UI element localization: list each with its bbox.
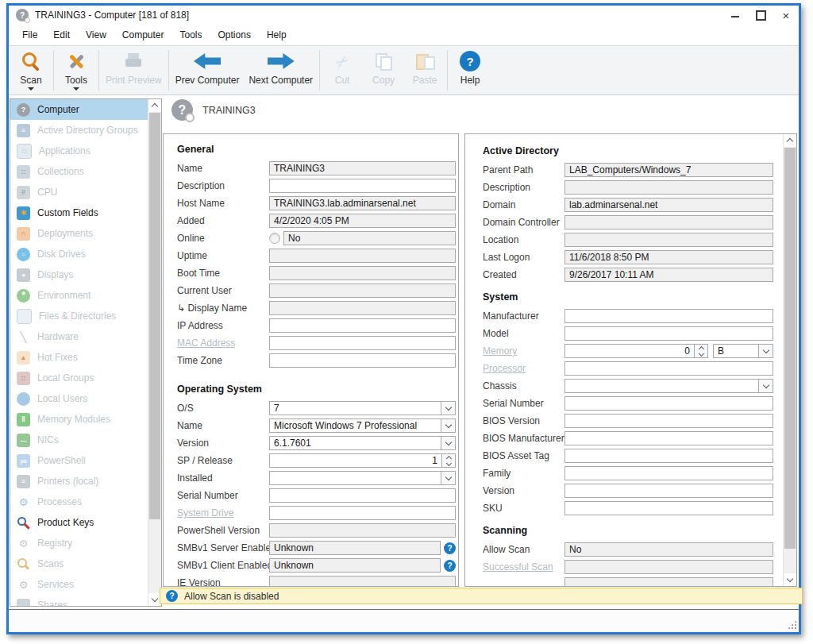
clipped-field (564, 577, 773, 587)
bios-asset-tag-field[interactable] (564, 449, 773, 463)
sidebar-item-deployments: Deployments (10, 223, 148, 244)
os-name-combo[interactable]: Microsoft Windows 7 Professional (269, 418, 456, 433)
memory-unit-combo[interactable]: B (713, 344, 773, 358)
combo-dropdown-button[interactable] (441, 402, 455, 415)
host-name-field: TRAINING3.lab.adminarsenal.net (269, 196, 456, 210)
resize-grip-icon[interactable] (788, 620, 796, 629)
sidebar-item-custom-fields[interactable]: Custom Fields (10, 202, 148, 223)
menu-file[interactable]: File (14, 25, 45, 45)
description-field[interactable] (269, 179, 456, 193)
section-title-general: General (164, 139, 458, 160)
sidebar-item-label: PowerShell (37, 455, 86, 466)
local-groups-icon (17, 372, 30, 385)
chevron-down-icon (445, 474, 451, 480)
minimize-button[interactable] (722, 6, 748, 25)
maximize-button[interactable] (748, 6, 773, 25)
powershell-icon (17, 454, 30, 468)
os-serial-number-field[interactable] (269, 488, 456, 503)
sidebar-item-computer[interactable]: Computer (10, 99, 148, 120)
sidebar: Computer Active Directory Groups Applica… (10, 98, 162, 607)
installed-combo[interactable] (269, 471, 456, 485)
menu-help[interactable]: Help (259, 25, 295, 45)
parent-path-field: LAB_Computers/Windows_7 (564, 163, 773, 177)
clipboard-icon (415, 52, 434, 71)
serial-number-field[interactable] (564, 396, 773, 411)
sidebar-item-label: Services (37, 579, 74, 590)
help-info-icon[interactable] (444, 560, 456, 572)
sp-release-spinner[interactable]: 1 (269, 453, 456, 468)
system-drive-field[interactable] (269, 506, 456, 520)
combo-dropdown-button[interactable] (441, 419, 455, 432)
field-label: Serial Number (465, 398, 564, 409)
prev-computer-button[interactable]: Prev Computer (171, 46, 245, 94)
sidebar-item-services: Services (10, 574, 148, 595)
menu-view[interactable]: View (78, 25, 114, 45)
os-version-combo[interactable]: 6.1.7601 (269, 436, 456, 450)
sidebar-item-label: Shares (37, 600, 67, 606)
scan-button[interactable]: Scan (10, 46, 52, 94)
powershell-version-field (269, 523, 456, 538)
close-button[interactable] (773, 6, 799, 25)
arrow-left-icon (194, 53, 221, 69)
smbv1-server-field: Unknown (269, 541, 441, 555)
detail-scrollbar[interactable] (783, 134, 796, 586)
menu-options[interactable]: Options (210, 25, 259, 45)
processor-field[interactable] (564, 361, 773, 376)
sidebar-item-label: Displays (37, 269, 73, 280)
scrollbar-thumb[interactable] (149, 113, 160, 519)
memory-spinner[interactable]: 0 (564, 344, 708, 358)
tools-button[interactable]: Tools (56, 46, 97, 94)
field-label: Last Logon (465, 252, 564, 263)
sidebar-scrollbar[interactable] (148, 99, 161, 606)
chevron-down-icon (73, 87, 79, 91)
field-label: Added (164, 215, 269, 226)
smbv1-client-field: Unknown (269, 558, 441, 573)
sidebar-item-product-keys[interactable]: Product Keys (10, 512, 148, 533)
combo-dropdown-button[interactable] (441, 437, 455, 449)
uptime-field (269, 249, 456, 263)
bios-version-field[interactable] (564, 414, 773, 428)
online-field: No (283, 231, 456, 245)
model-field[interactable] (564, 326, 773, 341)
nic-icon (17, 434, 30, 447)
chassis-combo[interactable] (564, 379, 773, 393)
menu-computer[interactable]: Computer (114, 25, 172, 45)
field-label: Version (465, 485, 564, 496)
sidebar-item-hardware: Hardware (10, 326, 148, 347)
time-zone-field[interactable] (269, 353, 456, 368)
manufacturer-field[interactable] (564, 309, 773, 323)
sidebar-item-collections: Collections (10, 161, 148, 182)
chevron-down-icon (762, 347, 769, 353)
collections-icon (17, 165, 30, 179)
ip-address-field[interactable] (269, 318, 456, 333)
menu-tools[interactable]: Tools (172, 25, 210, 45)
bios-manufacturer-field[interactable] (564, 431, 773, 445)
combo-dropdown-button[interactable] (758, 380, 773, 392)
copy-pages-icon (374, 52, 393, 71)
scroll-up-button[interactable] (148, 99, 161, 112)
content-area: Computer Active Directory Groups Applica… (9, 95, 799, 609)
toolbar-separator (168, 50, 169, 91)
version-field[interactable] (564, 484, 773, 498)
family-field[interactable] (564, 466, 773, 480)
chevron-down-icon (152, 596, 158, 602)
combo-dropdown-button[interactable] (758, 345, 773, 357)
title-bar: TRAINING3 - Computer [181 of 818] (9, 6, 799, 25)
status-bar (9, 609, 799, 631)
scroll-up-button[interactable] (784, 134, 796, 147)
spinner-buttons[interactable] (441, 454, 455, 467)
next-computer-button[interactable]: Next Computer (244, 46, 318, 94)
combo-dropdown-button[interactable] (441, 472, 455, 484)
help-button[interactable]: Help (449, 46, 491, 94)
hot-fixes-icon (17, 351, 30, 364)
scroll-down-button[interactable] (784, 573, 796, 586)
spinner-buttons[interactable] (694, 345, 707, 357)
menu-edit[interactable]: Edit (45, 25, 78, 45)
sku-field[interactable] (564, 501, 773, 515)
mac-address-field[interactable] (269, 336, 456, 350)
paste-button: Paste (404, 46, 445, 94)
os-combo[interactable]: 7 (269, 401, 456, 415)
help-info-icon[interactable] (444, 542, 456, 554)
domain-field: lab.adminarsenal.net (564, 198, 773, 212)
scrollbar-thumb[interactable] (784, 148, 796, 549)
